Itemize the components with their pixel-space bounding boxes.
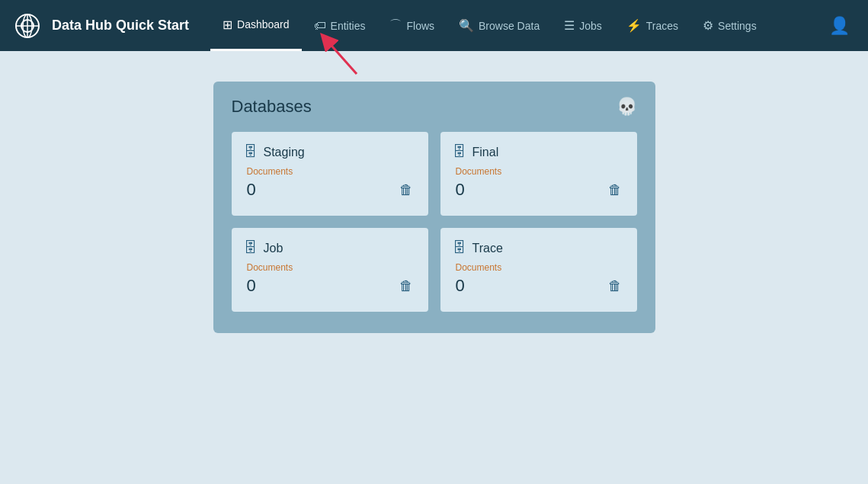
db-card-job-name: Job bbox=[264, 242, 283, 255]
browse-icon: 🔍 bbox=[459, 18, 474, 33]
nav-item-flows[interactable]: ⌒ Flows bbox=[377, 0, 447, 51]
db-card-staging-row: 0 🗑 bbox=[247, 180, 416, 200]
nav-item-settings[interactable]: ⚙ Settings bbox=[690, 0, 769, 51]
databases-panel: Databases 💀 🗄 Staging Documents 0 🗑 bbox=[213, 82, 655, 333]
nav-item-browse-data[interactable]: 🔍 Browse Data bbox=[447, 0, 552, 51]
db-trash-job[interactable]: 🗑 bbox=[399, 278, 413, 294]
traces-icon: ⚡ bbox=[626, 18, 642, 33]
db-card-trace-row: 0 🗑 bbox=[456, 276, 625, 296]
db-card-final-count: 0 bbox=[456, 180, 465, 200]
skull-icon[interactable]: 💀 bbox=[617, 97, 637, 117]
db-card-trace: 🗄 Trace Documents 0 🗑 bbox=[440, 228, 637, 312]
db-card-final-body: Documents 0 🗑 bbox=[453, 166, 625, 207]
db-trash-final[interactable]: 🗑 bbox=[608, 182, 622, 198]
db-card-job-count: 0 bbox=[247, 276, 256, 296]
db-card-trace-body: Documents 0 🗑 bbox=[453, 262, 625, 303]
nav-item-traces-label: Traces bbox=[646, 20, 678, 32]
db-card-final-header: 🗄 Final bbox=[453, 144, 625, 160]
db-card-job: 🗄 Job Documents 0 🗑 bbox=[232, 228, 428, 312]
main-content: Databases 💀 🗄 Staging Documents 0 🗑 bbox=[0, 51, 868, 364]
app-title: Data Hub Quick Start bbox=[52, 18, 189, 34]
nav-item-entities-label: Entities bbox=[331, 20, 366, 32]
nav-item-jobs-label: Jobs bbox=[579, 20, 602, 32]
db-card-trace-count: 0 bbox=[456, 276, 465, 296]
databases-title: Databases bbox=[232, 97, 312, 117]
db-card-job-body: Documents 0 🗑 bbox=[244, 262, 416, 303]
db-trash-trace[interactable]: 🗑 bbox=[608, 278, 622, 294]
db-card-final-row: 0 🗑 bbox=[456, 180, 625, 200]
db-stack-icon-job: 🗄 bbox=[244, 240, 258, 256]
db-card-trace-header: 🗄 Trace bbox=[453, 240, 625, 256]
nav-items: ⊞ Dashboard 🏷 Entities ⌒ Flows 🔍 Browse … bbox=[210, 0, 856, 51]
flows-icon: ⌒ bbox=[389, 18, 402, 34]
db-card-job-header: 🗄 Job bbox=[244, 240, 416, 256]
db-stack-icon-staging: 🗄 bbox=[244, 144, 258, 160]
db-card-staging-label: Documents bbox=[247, 166, 293, 177]
db-card-final: 🗄 Final Documents 0 🗑 bbox=[440, 132, 637, 216]
entities-icon: 🏷 bbox=[314, 19, 326, 33]
nav-item-flows-label: Flows bbox=[406, 20, 434, 32]
app-logo[interactable] bbox=[12, 11, 43, 41]
db-grid: 🗄 Staging Documents 0 🗑 🗄 Final bbox=[232, 132, 637, 312]
db-card-trace-name: Trace bbox=[472, 242, 503, 255]
db-card-staging-name: Staging bbox=[264, 146, 305, 159]
db-card-staging-count: 0 bbox=[247, 180, 256, 200]
db-stack-icon-final: 🗄 bbox=[453, 144, 466, 160]
databases-header: Databases 💀 bbox=[232, 97, 637, 117]
nav-item-dashboard-label: Dashboard bbox=[237, 18, 290, 30]
db-card-final-name: Final bbox=[472, 146, 499, 159]
db-card-job-label: Documents bbox=[247, 262, 293, 273]
db-card-staging: 🗄 Staging Documents 0 🗑 bbox=[232, 132, 428, 216]
navbar: Data Hub Quick Start ⊞ Dashboard 🏷 Entit… bbox=[0, 0, 868, 51]
nav-item-jobs[interactable]: ☰ Jobs bbox=[552, 0, 614, 51]
nav-item-traces[interactable]: ⚡ Traces bbox=[614, 0, 690, 51]
db-card-staging-header: 🗄 Staging bbox=[244, 144, 416, 160]
db-card-job-row: 0 🗑 bbox=[247, 276, 416, 296]
db-card-trace-label: Documents bbox=[456, 262, 502, 273]
nav-item-entities[interactable]: 🏷 Entities bbox=[302, 0, 378, 51]
db-trash-staging[interactable]: 🗑 bbox=[399, 182, 413, 198]
db-stack-icon-trace: 🗄 bbox=[453, 240, 466, 256]
user-icon[interactable]: 👤 bbox=[823, 16, 856, 36]
settings-icon: ⚙ bbox=[703, 18, 713, 33]
nav-item-browse-label: Browse Data bbox=[479, 20, 540, 32]
db-card-final-label: Documents bbox=[456, 166, 502, 177]
dashboard-icon: ⊞ bbox=[223, 18, 232, 32]
jobs-icon: ☰ bbox=[564, 18, 575, 33]
nav-item-dashboard[interactable]: ⊞ Dashboard bbox=[210, 0, 302, 51]
nav-item-settings-label: Settings bbox=[718, 20, 757, 32]
db-card-staging-body: Documents 0 🗑 bbox=[244, 166, 416, 207]
